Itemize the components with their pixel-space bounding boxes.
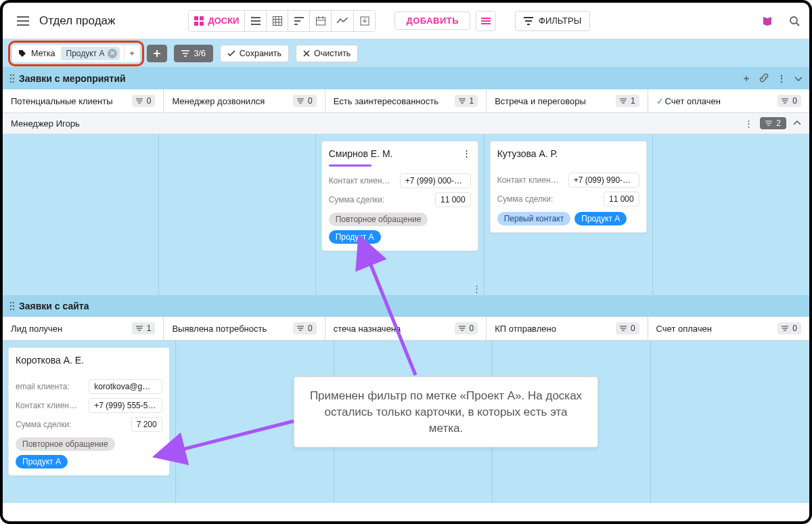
- deal-card[interactable]: Короткова А. Е. email клиента: korotkova…: [8, 347, 170, 476]
- filter-icon: [524, 17, 533, 25]
- field-value[interactable]: 11 000: [435, 192, 471, 207]
- board-header-1: Заявки с мероприятий ＋ ⋮: [3, 68, 809, 89]
- col-title: Счет оплачен: [656, 324, 712, 334]
- drag-handle-icon[interactable]: [9, 74, 15, 83]
- board-header-2: Заявки с сайта: [3, 295, 809, 317]
- add-filter-value-icon[interactable]: +: [124, 46, 139, 61]
- lane-collapse-icon[interactable]: [793, 121, 801, 126]
- svg-point-15: [10, 81, 12, 83]
- save-filter-button[interactable]: Сохранить: [220, 45, 289, 62]
- cell[interactable]: [651, 341, 809, 503]
- board-1-columns: Потенциальные клиенты 0 Менеджер дозвони…: [3, 89, 809, 113]
- col-count: 1: [132, 322, 156, 334]
- svg-point-16: [13, 81, 14, 83]
- deal-card[interactable]: Кутузова А. Р. Контакт клиен… +7 (099) 9…: [490, 141, 647, 233]
- filter-value-text: Продукт A: [66, 49, 105, 58]
- column-more-icon[interactable]: ⋮: [472, 284, 481, 294]
- board-plus-icon[interactable]: ＋: [742, 72, 751, 85]
- board-more-icon[interactable]: ⋮: [777, 73, 786, 84]
- cell[interactable]: [3, 134, 159, 295]
- view-chart[interactable]: [331, 11, 353, 31]
- field-value[interactable]: 11 000: [604, 192, 639, 206]
- field-label: Контакт клиен…: [16, 401, 77, 410]
- cell[interactable]: Кутузова А. Р. Контакт клиен… +7 (099) 9…: [484, 134, 653, 295]
- svg-point-19: [10, 305, 12, 307]
- filter-ratio[interactable]: 3/6: [174, 45, 212, 62]
- tag[interactable]: Повторное обращение: [329, 213, 428, 226]
- board-collapse-icon[interactable]: [794, 73, 803, 84]
- card-title: Короткова А. Е.: [16, 355, 84, 366]
- deal-card[interactable]: Смирнов Е. М. ⋮ Контакт клиен… +7 (999) …: [321, 141, 478, 251]
- workspace-title: Отдел продаж: [39, 14, 183, 28]
- svg-point-22: [13, 309, 14, 310]
- group-button[interactable]: [476, 11, 496, 31]
- svg-point-18: [13, 302, 14, 303]
- col-count: 0: [293, 322, 317, 334]
- chart-line-icon: [337, 18, 348, 24]
- tag[interactable]: Продукт А: [16, 455, 68, 468]
- col-header: стеча назначена 0: [325, 317, 487, 340]
- col-count: 0: [777, 95, 801, 107]
- group-icon: [481, 18, 491, 24]
- add-filter-button[interactable]: [147, 45, 167, 62]
- tag[interactable]: Повторное обращение: [16, 437, 115, 451]
- cell[interactable]: [653, 134, 809, 295]
- col-header: Счет оплачен 0: [648, 317, 809, 340]
- field-label: Сумма сделки:: [16, 420, 72, 429]
- svg-point-21: [10, 309, 12, 310]
- svg-point-17: [10, 302, 12, 303]
- tag[interactable]: Продукт А: [574, 212, 627, 225]
- col-title: Встреча и переговоры: [495, 96, 586, 106]
- calendar-icon: [316, 16, 325, 26]
- tag[interactable]: Первый контакт: [497, 212, 571, 225]
- col-header: Есть заинтересованность 1: [325, 89, 487, 112]
- field-value[interactable]: +7 (099) 990-00-00: [568, 173, 639, 188]
- filters-label: ФИЛЬТРЫ: [539, 16, 581, 26]
- book-icon[interactable]: [757, 11, 778, 31]
- drag-handle-icon[interactable]: [9, 301, 15, 311]
- tag[interactable]: Продукт А: [329, 230, 381, 244]
- filter-value-chip[interactable]: Продукт A ✕: [61, 47, 120, 60]
- board-1-cards: Смирнов Е. М. ⋮ Контакт клиен… +7 (999) …: [3, 134, 809, 295]
- clear-filter-button[interactable]: Очистить: [296, 45, 358, 62]
- view-boards[interactable]: ДОСКИ: [189, 11, 244, 31]
- svg-rect-2: [194, 22, 198, 26]
- col-count: 0: [455, 322, 478, 334]
- col-header: КП отправлено 0: [487, 317, 648, 340]
- plus-icon: [154, 50, 160, 57]
- view-sort[interactable]: [288, 11, 309, 31]
- col-title: стеча назначена: [334, 324, 401, 334]
- svg-point-14: [13, 78, 14, 79]
- col-count: 0: [616, 322, 639, 334]
- col-count: 0: [777, 322, 801, 334]
- filter-label: Метка: [31, 49, 55, 58]
- active-filter-chip[interactable]: Метка Продукт A ✕ +: [12, 45, 140, 62]
- filters-button[interactable]: ФИЛЬТРЫ: [515, 11, 590, 31]
- lane-more-icon[interactable]: ⋮: [744, 118, 753, 129]
- board-link-icon[interactable]: [759, 73, 769, 85]
- field-value[interactable]: +7 (999) 000-00-00: [400, 173, 471, 188]
- clear-filter-label: Очистить: [314, 49, 351, 58]
- col-header: Лид получен 1: [3, 317, 164, 340]
- cell[interactable]: [159, 134, 315, 295]
- view-export[interactable]: [353, 11, 375, 31]
- card-more-icon[interactable]: ⋮: [462, 148, 471, 158]
- field-value[interactable]: 7 200: [131, 417, 162, 432]
- add-button[interactable]: ДОБАВИТЬ: [394, 12, 470, 30]
- remove-chip-icon[interactable]: ✕: [108, 49, 117, 58]
- boards-icon: [194, 16, 204, 26]
- cell[interactable]: Смирнов Е. М. ⋮ Контакт клиен… +7 (999) …: [316, 134, 484, 295]
- cell[interactable]: Короткова А. Е. email клиента: korotkova…: [3, 341, 176, 503]
- filter-small-icon: [181, 50, 189, 57]
- view-calendar[interactable]: [309, 11, 331, 31]
- search-icon[interactable]: [784, 11, 805, 31]
- svg-rect-7: [273, 16, 281, 25]
- lane-count: 2: [760, 117, 786, 129]
- view-list[interactable]: [244, 11, 266, 31]
- view-table[interactable]: [266, 11, 288, 31]
- field-value[interactable]: +7 (999) 555-55-55: [89, 398, 162, 413]
- hamburger-icon[interactable]: [12, 11, 34, 31]
- field-label: Сумма сделки:: [497, 194, 554, 204]
- field-value[interactable]: korotkova@gmail.co…: [89, 379, 162, 394]
- field-label: email клиента:: [16, 382, 70, 391]
